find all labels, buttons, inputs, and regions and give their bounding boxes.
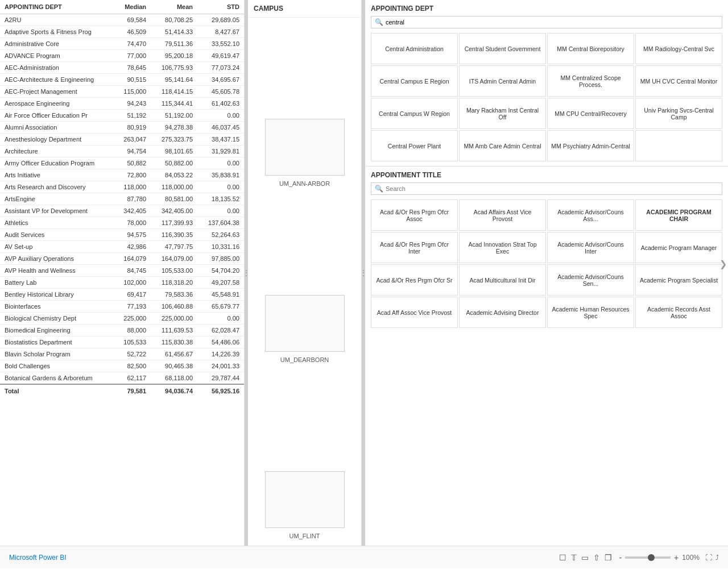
share-icon[interactable]: ⇧ <box>593 553 600 562</box>
table-row[interactable]: Battery Lab102,000118,318.2049,207.58 <box>0 277 244 289</box>
appt-dept-tile-empty[interactable] <box>635 130 722 161</box>
table-row[interactable]: Architecture94,75498,101.6531,929.81 <box>0 146 244 157</box>
table-row[interactable]: Air Force Officer Education Pr51,19251,1… <box>0 110 244 122</box>
appt-dept-tile-central_student_gov[interactable]: Central Student Government <box>459 33 546 64</box>
appt-title-tile-academic_program_manager[interactable]: Academic Program Manager <box>635 232 722 263</box>
appt-dept-tile-central_campus_w[interactable]: Central Campus W Region <box>371 98 458 129</box>
appt-title-search-box[interactable]: 🔍 <box>371 182 722 195</box>
facebook-icon[interactable]: ☐ <box>559 553 566 562</box>
cell-std: 29,787.44 <box>197 372 244 385</box>
campus-item-um_ann_arbor[interactable] <box>265 119 345 176</box>
cell-dept: AEC-Architecture & Engineering <box>0 74 114 86</box>
cell-median: 225,000 <box>114 313 151 325</box>
appt-title-tile-acad_or_res_sr[interactable]: Acad &/Or Res Prgm Ofcr Sr <box>371 264 458 296</box>
cell-median: 80,919 <box>114 122 151 134</box>
appt-title-tile-acad_or_res_inter[interactable]: Acad &/Or Res Prgm Ofcr Inter <box>371 232 458 263</box>
table-row[interactable]: Biostatistics Department105,533115,830.3… <box>0 336 244 348</box>
campus-item-um_flint[interactable] <box>265 471 345 528</box>
appt-title-tile-academic_records_asst[interactable]: Academic Records Asst Assoc <box>635 297 722 328</box>
campus-item-um_dearborn[interactable] <box>265 295 345 352</box>
appt-title-tile-acad_aff_assoc_vp[interactable]: Acad Aff Assoc Vice Provost <box>371 297 458 328</box>
appt-dept-tile-mm_psychiatry[interactable]: MM Psychiatry Admin-Central <box>547 130 634 161</box>
cell-std: 0.00 <box>197 313 244 325</box>
table-row[interactable]: Botanical Gardens & Arboretum62,11768,11… <box>0 372 244 385</box>
table-row[interactable]: Biological Chemistry Dept225,000225,000.… <box>0 313 244 325</box>
appt-dept-search-input[interactable] <box>386 19 718 26</box>
scroll-right-arrow[interactable]: ❯ <box>719 259 727 269</box>
cell-std: 77,073.24 <box>197 62 244 74</box>
table-row[interactable]: Biomedical Engineering88,000111,639.5362… <box>0 325 244 336</box>
table-row[interactable]: Alumni Association80,91994,278.3846,037.… <box>0 122 244 134</box>
table-row[interactable]: AEC-Architecture & Engineering90,51595,1… <box>0 74 244 86</box>
linkedin-icon[interactable]: ▭ <box>581 553 589 562</box>
appt-dept-tile-mm_central_biorepo[interactable]: MM Central Biorepository <box>547 33 634 64</box>
appt-title-tile-acad_affairs_asst[interactable]: Acad Affairs Asst Vice Provost <box>459 199 546 231</box>
table-row[interactable]: ArtsEngine87,78080,581.0018,135.52 <box>0 193 244 205</box>
appt-dept-tile-mm_cpu_central[interactable]: MM CPU Central/Recovery <box>547 98 634 129</box>
table-row[interactable]: Anesthesiology Department263,047275,323.… <box>0 134 244 146</box>
table-row[interactable]: AEC-Project Management115,000118,414.154… <box>0 86 244 98</box>
fullscreen-icon[interactable]: ⤴ <box>715 554 719 562</box>
table-row[interactable]: AEC-Administration78,645106,775.9377,073… <box>0 62 244 74</box>
table-row[interactable]: A2RU69,58480,708.2529,689.05 <box>0 14 244 26</box>
table-row[interactable]: Bold Challenges82,50090,465.3824,001.33 <box>0 360 244 372</box>
table-row[interactable]: Bentley Historical Library69,41779,583.3… <box>0 289 244 301</box>
appt-dept-tile-mm_amb_care[interactable]: MM Amb Care Admin Central <box>459 130 546 161</box>
appt-dept-tile-central_campus_e[interactable]: Central Campus E Region <box>371 65 458 97</box>
appt-dept-tile-its_admin_central[interactable]: ITS Admin Central Admin <box>459 65 546 97</box>
table-row[interactable]: Administrative Core74,47079,511.3633,552… <box>0 38 244 50</box>
appt-title-tile-acad_innovation[interactable]: Acad Innovation Strat Top Exec <box>459 232 546 263</box>
table-row[interactable]: Athletics78,000117,399.93137,604.38 <box>0 217 244 229</box>
table-row[interactable]: Adaptive Sports & Fitness Prog46,50951,4… <box>0 26 244 38</box>
appt-dept-tile-central_power_plant[interactable]: Central Power Plant <box>371 130 458 161</box>
appt-dept-tile-mary_rackham[interactable]: Mary Rackham Inst Central Off <box>459 98 546 129</box>
appt-title-tile-acad_or_res_assoc[interactable]: Acad &/Or Res Prgm Ofcr Assoc <box>371 199 458 231</box>
table-container[interactable]: APPOINTING DEPT Median Mean STD A2RU69,5… <box>0 0 244 546</box>
appt-dept-search-box[interactable]: 🔍 <box>371 16 722 28</box>
appt-dept-tile-mm_centralized_scope[interactable]: MM Centralized Scope Process. <box>547 65 634 97</box>
table-row[interactable]: Assistant VP for Development342,405342,4… <box>0 205 244 217</box>
cell-dept: AVP Health and Wellness <box>0 265 114 277</box>
cell-dept: Audit Services <box>0 229 114 241</box>
appt-title-tile-academic_advisor_couns_ass[interactable]: Academic Advisor/Couns Ass... <box>547 199 634 231</box>
table-row[interactable]: AV Set-up42,98647,797.7510,331.16 <box>0 241 244 253</box>
cell-std: 0.00 <box>197 110 244 122</box>
table-row[interactable]: Blavin Scholar Program52,72261,456.6714,… <box>0 348 244 360</box>
appt-dept-tiles: Central AdministrationCentral Student Go… <box>371 33 722 161</box>
table-row[interactable]: Audit Services94,575116,390.3552,264.63 <box>0 229 244 241</box>
appt-title-search-input[interactable] <box>386 185 718 192</box>
cell-dept: Alumni Association <box>0 122 114 134</box>
appt-title-tile-academic_program_chair[interactable]: ACADEMIC PROGRAM CHAIR <box>635 199 722 231</box>
appt-dept-tile-mm_radiology_central[interactable]: MM Radiology-Central Svc <box>635 33 722 64</box>
expand-icon[interactable]: ❐ <box>605 553 612 562</box>
appt-dept-tile-univ_parking[interactable]: Univ Parking Svcs-Central Camp <box>635 98 722 129</box>
cell-dept: Bold Challenges <box>0 360 114 372</box>
cell-std: 14,226.39 <box>197 348 244 360</box>
appt-title-tile-academic_advisor_couns_sen[interactable]: Academic Advisor/Couns Sen... <box>547 264 634 296</box>
appt-title-search-icon: 🔍 <box>375 185 383 193</box>
table-row[interactable]: Army Officer Education Program50,88250,8… <box>0 157 244 169</box>
twitter-icon[interactable]: 𝕋 <box>571 553 577 562</box>
cell-std: 62,028.47 <box>197 325 244 336</box>
cell-std: 31,929.81 <box>197 146 244 157</box>
zoom-plus[interactable]: + <box>674 553 679 562</box>
fit-icon[interactable]: ⛶ <box>705 554 712 562</box>
table-row[interactable]: Arts Research and Discovery118,000118,00… <box>0 181 244 193</box>
zoom-slider[interactable] <box>625 556 671 559</box>
appt-dept-tile-mm_uh_cvc_central[interactable]: MM UH CVC Central Monitor <box>635 65 722 97</box>
table-row[interactable]: Biointerfaces77,193106,460.8865,679.77 <box>0 301 244 313</box>
appt-dept-tile-central_admin[interactable]: Central Administration <box>371 33 458 64</box>
appt-title-tile-academic_program_specialist[interactable]: Academic Program Specialist <box>635 264 722 296</box>
appt-title-tile-academic_advisor_couns_inter[interactable]: Academic Advisor/Couns Inter <box>547 232 634 263</box>
zoom-minus[interactable]: - <box>619 553 622 562</box>
powerbi-brand-link[interactable]: Microsoft Power BI <box>9 554 67 562</box>
table-row[interactable]: Arts Initiative72,80084,053.2235,838.91 <box>0 169 244 181</box>
table-row[interactable]: ADVANCE Program77,00095,200.1849,619.47 <box>0 50 244 62</box>
table-row[interactable]: Aerospace Engineering94,243115,344.4161,… <box>0 98 244 110</box>
table-row[interactable]: AVP Health and Wellness84,745105,533.005… <box>0 265 244 277</box>
appt-title-tile-academic_advising_dir[interactable]: Academic Advising Director <box>459 297 546 328</box>
appt-title-tile-acad_multicultural[interactable]: Acad Multicultural Init Dir <box>459 264 546 296</box>
appt-title-tile-academic_hr_spec[interactable]: Academic Human Resources Spec <box>547 297 634 328</box>
cell-dept: Biostatistics Department <box>0 336 114 348</box>
table-row[interactable]: AVP Auxiliary Operations164,079164,079.0… <box>0 253 244 265</box>
